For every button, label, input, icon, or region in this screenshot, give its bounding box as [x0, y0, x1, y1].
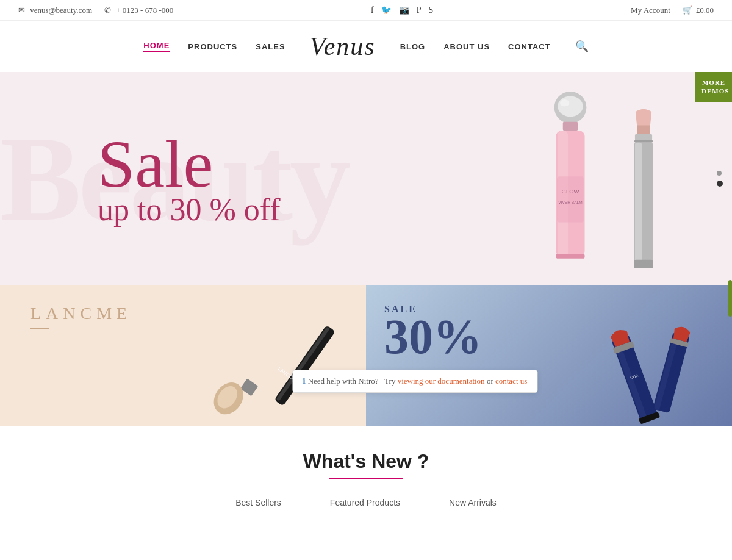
nav-left: HOME PRODUCTS SALES [143, 41, 285, 52]
product-tabs: Best Sellers Featured Products New Arriv… [12, 498, 720, 515]
help-tooltip: ℹ Need help with Nitro? Try viewing our … [292, 370, 537, 393]
site-logo[interactable]: Venus [310, 32, 376, 61]
phone-area: ✆ + 0123 - 678 -000 [104, 5, 173, 15]
promo-left-banner: LANCME LANCÔME [0, 285, 366, 426]
more-demos-button[interactable]: MORE DEMOS [695, 72, 732, 102]
skype-icon[interactable]: S [429, 5, 434, 15]
hero-product-images: GLOW VIVER BALM [531, 72, 671, 285]
docs-link[interactable]: viewing our documentation [398, 376, 485, 386]
lip-balm-image: GLOW VIVER BALM [531, 90, 610, 285]
facebook-icon[interactable]: f [371, 5, 374, 15]
nav-products[interactable]: PRODUCTS [188, 42, 237, 51]
svg-rect-15 [635, 143, 642, 263]
promo-right-sale-text: SALE 30% [384, 304, 482, 359]
svg-point-2 [560, 99, 569, 106]
nav-about[interactable]: ABOUT US [443, 42, 490, 51]
svg-rect-6 [557, 176, 583, 222]
nav-sales[interactable]: SALES [256, 42, 285, 51]
help-connector: or [487, 376, 493, 386]
cart-icon: 🛒 [683, 5, 692, 15]
svg-rect-9 [556, 254, 584, 259]
svg-rect-3 [563, 122, 578, 131]
cart-total: £0.00 [696, 5, 714, 15]
svg-rect-11 [637, 126, 650, 134]
svg-rect-16 [634, 260, 653, 268]
hero-subtitle-text: up to 30 % off [98, 192, 280, 228]
whats-new-section: What's New ? Best Sellers Featured Produ… [0, 426, 732, 528]
slider-dots [717, 171, 723, 187]
promo-section: LANCME LANCÔME SALE 30% [0, 285, 732, 426]
phone-icon: ✆ [104, 5, 111, 15]
help-icon: ℹ [303, 376, 306, 386]
account-cart: My Account 🛒 £0.00 [631, 5, 714, 15]
top-bar-contact: ✉ venus@beauty.com ✆ + 0123 - 678 -000 [18, 5, 173, 15]
main-nav: HOME PRODUCTS SALES Venus BLOG ABOUT US … [0, 21, 732, 72]
brand-label: LANCME [30, 304, 132, 323]
promo-left-text: LANCME [30, 304, 132, 329]
contact-link[interactable]: contact us [495, 376, 527, 386]
search-icon[interactable]: 🔍 [575, 40, 589, 53]
slider-dot-1[interactable] [717, 171, 722, 176]
slider-dot-2[interactable] [717, 181, 723, 187]
phone-text: + 0123 - 678 -000 [116, 5, 173, 15]
sale-percent: 30% [384, 315, 482, 359]
lipstick-image [616, 102, 671, 285]
social-links: f 🐦 📷 P S [371, 5, 433, 15]
whats-new-title: What's New ? [12, 450, 720, 473]
help-text: Need help with Nitro? [308, 376, 379, 386]
instagram-icon[interactable]: 📷 [399, 5, 409, 15]
tab-new-arrivals[interactable]: New Arrivals [449, 498, 497, 515]
email-text: venus@beauty.com [30, 5, 92, 15]
svg-point-1 [558, 96, 583, 117]
hero-sale-text: Sale [98, 131, 280, 198]
my-account-link[interactable]: My Account [631, 5, 670, 15]
nav-blog[interactable]: BLOG [400, 42, 426, 51]
brand-underline [30, 328, 49, 329]
email-icon: ✉ [18, 5, 25, 15]
hero-content: Sale up to 30 % off [98, 131, 280, 228]
navy-lipstick-image: L'OR [586, 304, 720, 426]
whats-new-underline [329, 478, 403, 479]
tab-featured-products[interactable]: Featured Products [330, 498, 400, 515]
svg-rect-13 [634, 140, 653, 143]
svg-text:GLOW: GLOW [562, 188, 580, 195]
cart-area[interactable]: 🛒 £0.00 [683, 5, 714, 15]
svg-text:VIVER BALM: VIVER BALM [558, 200, 582, 204]
twitter-icon[interactable]: 🐦 [381, 5, 392, 15]
tab-best-sellers[interactable]: Best Sellers [235, 498, 281, 515]
nav-contact[interactable]: CONTACT [508, 42, 551, 51]
pinterest-icon[interactable]: P [417, 5, 422, 15]
hero-banner: Beauty Sale up to 30 % off GLOW VIVER BA… [0, 72, 732, 285]
nav-right: BLOG ABOUT US CONTACT 🔍 [400, 40, 589, 53]
promo-right-banner: SALE 30% L'OR [366, 285, 732, 426]
scroll-indicator [728, 280, 732, 317]
top-bar: ✉ venus@beauty.com ✆ + 0123 - 678 -000 f… [0, 0, 732, 21]
nav-home[interactable]: HOME [143, 41, 170, 52]
email-area: ✉ venus@beauty.com [18, 5, 92, 15]
